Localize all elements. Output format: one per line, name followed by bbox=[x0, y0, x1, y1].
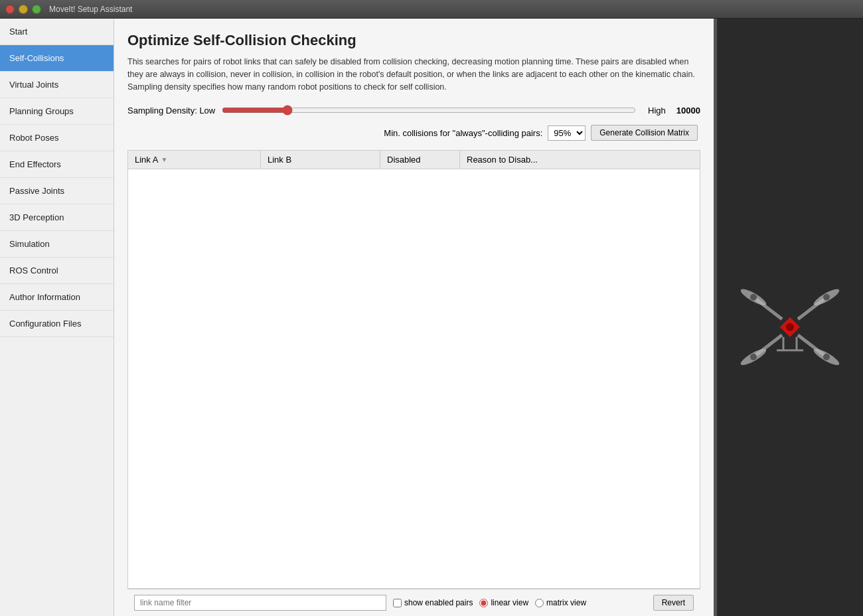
show-enabled-pairs-label[interactable]: show enabled pairs bbox=[393, 598, 473, 607]
description: This searches for pairs of robot links t… bbox=[127, 56, 700, 93]
collision-table: Link A ▼ Link B Disabled Reason to Disab… bbox=[127, 150, 700, 589]
show-enabled-pairs-checkbox[interactable] bbox=[393, 599, 402, 607]
sampling-label: Sampling Density: Low bbox=[127, 106, 215, 116]
link-name-filter-input[interactable] bbox=[134, 595, 386, 611]
column-header-link-b[interactable]: Link B bbox=[261, 151, 380, 169]
column-header-link-a[interactable]: Link A ▼ bbox=[128, 151, 261, 169]
window-title: MoveIt! Setup Assistant bbox=[49, 5, 132, 14]
sidebar-item-self-collisions[interactable]: Self-Collisions bbox=[0, 45, 114, 72]
drone-svg bbox=[730, 274, 850, 380]
sidebar-item-passive-joints[interactable]: Passive Joints bbox=[0, 178, 114, 204]
maximize-button[interactable] bbox=[32, 5, 41, 14]
content-area: Optimize Self-Collision Checking This se… bbox=[114, 19, 714, 616]
revert-button[interactable]: Revert bbox=[653, 595, 694, 611]
sampling-value: 10000 bbox=[676, 106, 700, 116]
3d-viewport bbox=[717, 19, 863, 616]
sidebar-item-end-effectors[interactable]: End Effectors bbox=[0, 151, 114, 178]
page-title: Optimize Self-Collision Checking bbox=[127, 32, 700, 49]
matrix-view-radio[interactable] bbox=[535, 599, 544, 607]
column-header-disabled[interactable]: Disabled bbox=[380, 151, 460, 169]
sidebar: Start Self-Collisions Virtual Joints Pla… bbox=[0, 19, 114, 616]
titlebar: MoveIt! Setup Assistant bbox=[0, 0, 863, 19]
motor-rr bbox=[823, 354, 830, 360]
linear-view-radio[interactable] bbox=[479, 599, 488, 607]
minimize-button[interactable] bbox=[19, 5, 28, 14]
generate-collision-matrix-button[interactable]: Generate Collision Matrix bbox=[591, 125, 698, 141]
min-collisions-row: Min. collisions for "always"-colliding p… bbox=[127, 125, 700, 141]
close-button[interactable] bbox=[5, 5, 15, 14]
sampling-density-slider[interactable] bbox=[222, 105, 636, 116]
sampling-row: Sampling Density: Low High 10000 bbox=[127, 105, 700, 116]
min-collisions-select[interactable]: 95% 90% 85% 80% bbox=[548, 125, 586, 141]
drone-model bbox=[730, 274, 850, 382]
sidebar-item-start[interactable]: Start bbox=[0, 19, 114, 45]
table-header: Link A ▼ Link B Disabled Reason to Disab… bbox=[128, 151, 700, 169]
sidebar-item-planning-groups[interactable]: Planning Groups bbox=[0, 98, 114, 125]
app-body: Start Self-Collisions Virtual Joints Pla… bbox=[0, 19, 863, 616]
slider-container bbox=[222, 105, 636, 116]
min-collisions-label: Min. collisions for "always"-colliding p… bbox=[384, 128, 542, 138]
sidebar-item-robot-poses[interactable]: Robot Poses bbox=[0, 125, 114, 151]
sidebar-item-configuration-files[interactable]: Configuration Files bbox=[0, 311, 114, 337]
motor-fr bbox=[823, 294, 830, 301]
table-body bbox=[128, 169, 700, 588]
matrix-view-label[interactable]: matrix view bbox=[535, 598, 586, 607]
sidebar-item-author-information[interactable]: Author Information bbox=[0, 284, 114, 311]
sidebar-item-simulation[interactable]: Simulation bbox=[0, 231, 114, 258]
drone-center bbox=[786, 323, 794, 331]
bottom-bar: show enabled pairs linear view matrix vi… bbox=[127, 589, 700, 616]
sidebar-item-virtual-joints[interactable]: Virtual Joints bbox=[0, 72, 114, 98]
linear-view-label[interactable]: linear view bbox=[479, 598, 528, 607]
sidebar-item-ros-control[interactable]: ROS Control bbox=[0, 258, 114, 284]
sampling-high-label: High bbox=[648, 106, 666, 116]
sort-arrow-link-a: ▼ bbox=[161, 156, 167, 163]
motor-rl bbox=[750, 354, 757, 360]
sidebar-item-3d-perception[interactable]: 3D Perception bbox=[0, 204, 114, 231]
main-content: Optimize Self-Collision Checking This se… bbox=[114, 19, 714, 616]
column-header-reason[interactable]: Reason to Disab... bbox=[460, 151, 700, 169]
motor-fl bbox=[750, 294, 757, 301]
